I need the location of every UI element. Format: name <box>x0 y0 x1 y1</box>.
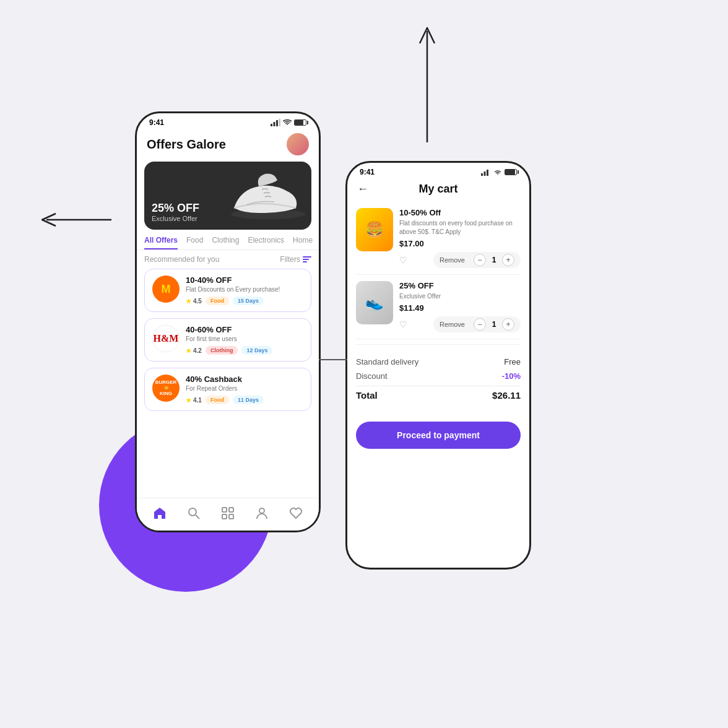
nav-wishlist[interactable] <box>288 506 303 521</box>
svg-rect-15 <box>484 171 486 176</box>
cart-summary: Standard delivery Free Discount -10% Tot… <box>347 350 529 413</box>
wifi-icon-right <box>493 168 502 176</box>
food-item-image: 🍔 <box>356 208 393 251</box>
food-item-actions: ♡ Remove − 1 + <box>399 252 521 268</box>
shoe-item-image: 👟 <box>356 281 393 324</box>
filter-row: Recommended for you Filters <box>137 250 319 269</box>
shoe-qty-decrease[interactable]: − <box>474 318 486 331</box>
shoe-item-details: 25% OFF Exclusive Offer $11.49 ♡ Remove … <box>399 281 521 332</box>
battery-icon-right <box>505 169 517 175</box>
tab-electronics[interactable]: Electronics <box>248 236 284 249</box>
nav-grid[interactable] <box>220 506 235 521</box>
food-qty-increase[interactable]: + <box>502 254 514 266</box>
svg-line-8 <box>196 515 199 519</box>
filter-button[interactable]: Filters <box>280 255 311 264</box>
cart-item-shoe: 👟 25% OFF Exclusive Offer $11.49 ♡ Remov… <box>356 275 521 339</box>
offer-card-hm[interactable]: H&M 40-60% OFF For first time users ★ 4.… <box>144 318 311 362</box>
offer-desc-2: For first time users <box>186 336 303 342</box>
svg-rect-9 <box>222 508 227 512</box>
battery-icon <box>294 119 306 126</box>
status-bar-left: 9:41 <box>137 113 319 129</box>
category-tag-2: Clothing <box>206 346 238 355</box>
offers-list: M 10-40% OFF Flat Discounts on Every pur… <box>137 269 319 411</box>
tab-food[interactable]: Food <box>186 236 203 249</box>
banner-subtitle: Exclusive Offer <box>152 215 199 222</box>
svg-rect-4 <box>276 120 278 126</box>
back-button[interactable]: ← <box>357 183 368 196</box>
bottom-navigation <box>137 498 319 531</box>
food-item-details: 10-50% Off Flat discounts on every food … <box>399 208 521 268</box>
tab-all-offers[interactable]: All Offers <box>144 236 178 249</box>
connection-line <box>319 359 347 360</box>
wifi-icon <box>283 119 292 126</box>
discount-row: Discount -10% <box>356 371 521 381</box>
user-avatar[interactable] <box>287 133 309 155</box>
offer-info-2: 40-60% OFF For first time users ★ 4.2 Cl… <box>186 325 303 355</box>
arrow-up-decoration <box>415 19 440 142</box>
phone-header-left: Offers Galore <box>137 129 319 162</box>
food-item-title: 10-50% Off <box>399 208 521 217</box>
rating-2: ★ 4.2 <box>186 347 202 354</box>
shoe-like-button[interactable]: ♡ <box>399 319 407 329</box>
right-phone: 9:41 ← My cart 🍔 <box>345 161 531 570</box>
svg-rect-12 <box>229 514 233 519</box>
divider-2 <box>356 386 521 386</box>
food-qty-value: 1 <box>490 256 498 264</box>
category-tag-3: Food <box>206 396 229 404</box>
shoe-item-desc: Exclusive Offer <box>399 292 521 301</box>
offer-desc-3: For Repeat Orders <box>186 385 303 392</box>
food-like-button[interactable]: ♡ <box>399 255 407 265</box>
rating-1: ★ 4.5 <box>186 298 202 305</box>
total-value: $26.11 <box>492 390 521 401</box>
offer-title-1: 10-40% OFF <box>186 275 303 285</box>
nav-home[interactable] <box>152 506 167 521</box>
banner-discount: 25% OFF <box>152 202 199 215</box>
delivery-row: Standard delivery Free <box>356 357 521 366</box>
svg-rect-5 <box>279 119 281 126</box>
days-tag-2: 12 Days <box>241 346 272 355</box>
delivery-label: Standard delivery <box>356 357 418 366</box>
svg-point-13 <box>259 508 264 513</box>
food-qty-decrease[interactable]: − <box>474 254 486 266</box>
nav-user[interactable] <box>254 506 269 521</box>
tab-clothing[interactable]: Clothing <box>212 236 239 249</box>
offer-card-bk[interactable]: BURGER 👑 KING 40% Cashback For Repeat Or… <box>144 368 311 411</box>
svg-rect-11 <box>222 514 227 519</box>
banner-content: 25% OFF Exclusive Offer <box>152 202 199 222</box>
shoe-image <box>222 165 308 227</box>
offer-title-3: 40% Cashback <box>186 375 303 384</box>
cart-item-food: 🍔 10-50% Off Flat discounts on every foo… <box>356 202 521 275</box>
offer-desc-1: Flat Discounts on Every purchase! <box>186 286 303 293</box>
arrow-left-decoration <box>37 210 111 229</box>
total-row: Total $26.11 <box>356 390 521 401</box>
svg-rect-2 <box>271 124 272 126</box>
delivery-value: Free <box>504 357 521 366</box>
nav-search[interactable] <box>186 506 201 521</box>
divider-1 <box>356 344 521 345</box>
hm-logo: H&M <box>152 325 180 352</box>
svg-rect-14 <box>481 173 483 176</box>
category-tag-1: Food <box>206 297 229 305</box>
shoe-item-actions: ♡ Remove − 1 + <box>399 316 521 332</box>
cart-header: ← My cart <box>347 179 529 202</box>
offer-card-mcdonalds[interactable]: M 10-40% OFF Flat Discounts on Every pur… <box>144 269 311 312</box>
offer-info-3: 40% Cashback For Repeat Orders ★ 4.1 Foo… <box>186 375 303 404</box>
recommended-label: Recommended for you <box>144 255 219 264</box>
tab-home[interactable]: Home <box>293 236 313 249</box>
offer-tags-2: ★ 4.2 Clothing 12 Days <box>186 346 303 355</box>
total-label: Total <box>356 390 378 401</box>
offer-tags-1: ★ 4.5 Food 15 Days <box>186 297 303 305</box>
shoe-item-price: $11.49 <box>399 303 521 313</box>
food-remove-label: Remove <box>440 256 465 264</box>
time-left: 9:41 <box>149 118 164 127</box>
shoe-qty-increase[interactable]: + <box>502 318 514 331</box>
cart-title: My cart <box>418 183 457 196</box>
status-icons-left <box>271 119 306 126</box>
days-tag-3: 11 Days <box>233 396 264 404</box>
proceed-to-payment-button[interactable]: Proceed to payment <box>356 422 521 449</box>
offer-info-1: 10-40% OFF Flat Discounts on Every purch… <box>186 275 303 305</box>
offer-title-2: 40-60% OFF <box>186 325 303 334</box>
cart-items-list: 🍔 10-50% Off Flat discounts on every foo… <box>347 202 529 339</box>
promo-banner[interactable]: 25% OFF Exclusive Offer <box>144 162 311 230</box>
svg-rect-10 <box>229 508 233 512</box>
